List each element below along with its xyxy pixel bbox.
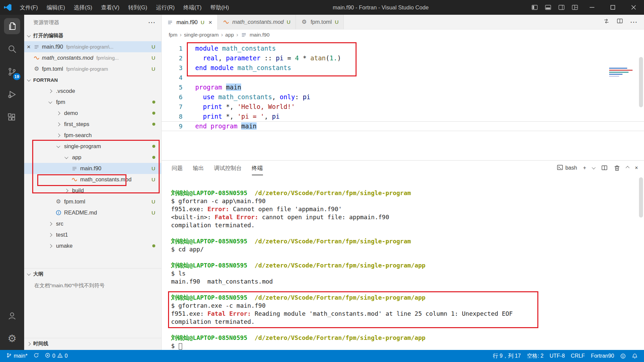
- feedback-icon[interactable]: [617, 350, 629, 362]
- account-icon[interactable]: [0, 304, 24, 327]
- file-main.f90[interactable]: main.f90U: [24, 163, 161, 174]
- menu-item[interactable]: 文件(F): [15, 0, 42, 15]
- menu-item[interactable]: 运行(R): [152, 0, 179, 15]
- editor-scrollbar[interactable]: [639, 57, 643, 107]
- problems-status[interactable]: 0 0: [42, 350, 71, 362]
- open-editors-list: ×main.f90fpm\single-program\...Umath_con…: [24, 41, 161, 74]
- branch-status[interactable]: main*: [3, 350, 31, 362]
- terminal-shell-button[interactable]: bash: [557, 164, 577, 172]
- more-actions-icon[interactable]: ⋯: [630, 18, 637, 26]
- terminal-line: $ ls: [171, 269, 644, 278]
- line-number: 8: [162, 112, 182, 121]
- panel-tabs: 问题输出调试控制台终端: [172, 161, 273, 175]
- close-panel-icon[interactable]: ×: [635, 165, 638, 171]
- panel-tab-problems[interactable]: 问题: [172, 161, 183, 175]
- notifications-bell-icon[interactable]: [629, 350, 641, 362]
- terminal-dropdown-icon[interactable]: [592, 167, 595, 169]
- close-icon[interactable]: ×: [24, 43, 33, 51]
- tab-bar: main.f90U×math_constants.modU⚙fpm.tomlU …: [162, 15, 644, 29]
- toggle-secondary-sidebar-icon[interactable]: [555, 0, 568, 15]
- folder-build[interactable]: build: [24, 185, 161, 196]
- close-button[interactable]: [623, 0, 644, 15]
- search-icon[interactable]: [0, 38, 24, 60]
- tab-label: math_constants.mod: [232, 19, 284, 25]
- panel-scrollbar[interactable]: [639, 177, 643, 218]
- breadcrumb-item[interactable]: app: [225, 32, 234, 38]
- timeline-header[interactable]: 时间线: [24, 338, 161, 349]
- tab-math_constants.mod[interactable]: math_constants.modU: [218, 15, 296, 29]
- open-editors-label: 打开的编辑器: [33, 33, 63, 39]
- panel-tab-debug-console[interactable]: 调试控制台: [214, 161, 242, 175]
- menu-item[interactable]: 转到(G): [124, 0, 152, 15]
- file-README.md[interactable]: README.mdU: [24, 207, 161, 218]
- tab-main.f90[interactable]: main.f90U×: [162, 15, 218, 30]
- branch-name: main*: [14, 353, 28, 359]
- folder-section-header[interactable]: FORTRAN: [24, 74, 161, 85]
- breadcrumb-item[interactable]: main.f90: [250, 32, 269, 38]
- folder-test1[interactable]: test1: [24, 229, 161, 240]
- menu-item[interactable]: 终端(T): [179, 0, 206, 15]
- close-icon[interactable]: ×: [209, 19, 212, 26]
- panel-tab-output[interactable]: 输出: [193, 161, 204, 175]
- run-debug-icon[interactable]: [0, 83, 24, 106]
- encoding[interactable]: UTF-8: [547, 350, 568, 362]
- outline-header[interactable]: 大纲: [24, 268, 161, 280]
- item-name: umake: [56, 243, 73, 249]
- file-math_constants.mod[interactable]: math_constants.modU: [24, 174, 161, 185]
- source-control-icon[interactable]: 19: [0, 60, 24, 83]
- menu-item[interactable]: 查看(V): [97, 0, 124, 15]
- code-line-9: 9end program main: [162, 121, 644, 131]
- more-actions-icon[interactable]: ⋯: [148, 19, 155, 26]
- menu-item[interactable]: 帮助(H): [206, 0, 233, 15]
- breadcrumb-item[interactable]: fpm: [169, 32, 177, 38]
- folder-single-program[interactable]: single-program: [24, 141, 161, 152]
- customize-layout-icon[interactable]: [568, 0, 582, 15]
- kill-terminal-icon[interactable]: [614, 165, 620, 171]
- split-editor-icon[interactable]: [616, 18, 623, 26]
- file-fpm.toml[interactable]: ⚙fpm.tomlU: [24, 196, 161, 207]
- open-changes-icon[interactable]: [603, 18, 610, 26]
- folder-.vscode[interactable]: .vscode: [24, 85, 161, 97]
- chevron-down-icon: [56, 144, 60, 147]
- open-editor-fpm.toml[interactable]: ⚙fpm.tomlfpm\single-programU: [24, 63, 161, 74]
- indentation[interactable]: 空格: 2: [524, 350, 547, 362]
- open-editors-header[interactable]: 打开的编辑器: [24, 30, 161, 41]
- code-editor[interactable]: 1module math_constants2 real, parameter …: [162, 40, 644, 160]
- maximize-panel-icon[interactable]: [626, 167, 629, 169]
- eol-sequence[interactable]: CRLF: [568, 350, 588, 362]
- maximize-button[interactable]: [602, 0, 623, 15]
- breadcrumb-item[interactable]: single-program: [184, 32, 219, 38]
- cursor-position[interactable]: 行 9，列 17: [490, 350, 524, 362]
- minimize-button[interactable]: [582, 0, 602, 15]
- toggle-panel-icon[interactable]: [541, 0, 555, 15]
- language-mode[interactable]: Fortran90: [588, 350, 617, 362]
- terminal-line: compilation terminated.: [171, 318, 644, 326]
- timeline-label: 时间线: [33, 341, 48, 347]
- terminal-line: $: [171, 342, 644, 350]
- terminal[interactable]: 刘锦灿@LAPTOP-085N0595 /d/zetero/VScode/For…: [162, 175, 644, 350]
- folder-app[interactable]: app: [24, 152, 161, 163]
- tab-fpm.toml[interactable]: ⚙fpm.tomlU: [296, 15, 344, 29]
- open-editor-math_constants.mod[interactable]: math_constants.modfpm\sing...U: [24, 52, 161, 63]
- shell-name: bash: [566, 165, 577, 171]
- explorer-icon[interactable]: [0, 15, 24, 38]
- folder-src[interactable]: src: [24, 218, 161, 229]
- code-line-6: 6 use math_constants, only: pi: [162, 92, 644, 102]
- fortran-file-icon: [71, 165, 78, 172]
- folder-umake[interactable]: umake: [24, 240, 161, 251]
- sync-status[interactable]: [31, 350, 42, 362]
- folder-fpm-search[interactable]: fpm-search: [24, 130, 161, 141]
- new-terminal-icon[interactable]: +: [583, 165, 586, 171]
- folder-demo[interactable]: demo: [24, 108, 161, 119]
- open-editor-main.f90[interactable]: ×main.f90fpm\single-program\...U: [24, 41, 161, 52]
- folder-first_steps[interactable]: first_steps: [24, 119, 161, 130]
- menu-item[interactable]: 选择(S): [69, 0, 97, 15]
- extensions-icon[interactable]: [0, 106, 24, 129]
- split-terminal-icon[interactable]: [601, 165, 608, 171]
- chevron-right-icon: ›: [236, 32, 238, 38]
- menu-item[interactable]: 编辑(E): [42, 0, 69, 15]
- settings-gear-icon[interactable]: ⚙: [0, 327, 24, 350]
- toggle-primary-sidebar-icon[interactable]: [528, 0, 541, 15]
- panel-tab-terminal[interactable]: 终端: [252, 161, 263, 175]
- folder-fpm[interactable]: fpm: [24, 97, 161, 108]
